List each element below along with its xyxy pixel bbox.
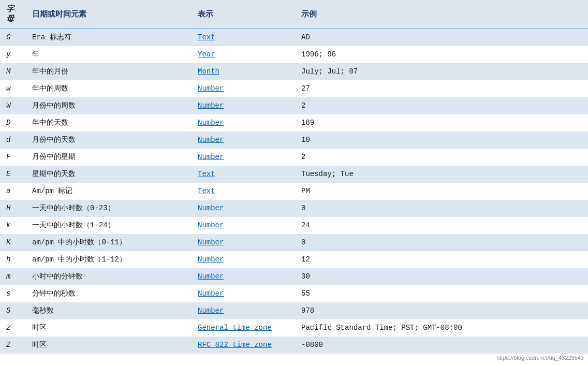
cell-represent[interactable]: Number xyxy=(192,200,295,217)
cell-represent[interactable]: Number xyxy=(192,97,295,114)
cell-letter: H xyxy=(0,200,26,217)
cell-example: 24 xyxy=(295,217,588,234)
represent-link[interactable]: Text xyxy=(198,170,215,178)
cell-letter: a xyxy=(0,183,26,200)
cell-letter: d xyxy=(0,132,26,149)
table-row: k一天中的小时数（1-24）Number24 xyxy=(0,217,588,234)
cell-example: 2 xyxy=(295,149,588,166)
cell-example: 30 xyxy=(295,268,588,285)
cell-letter: h xyxy=(0,251,26,268)
cell-represent[interactable]: Text xyxy=(192,183,295,200)
cell-example: -0800 xyxy=(295,337,588,354)
cell-example: 2 xyxy=(295,97,588,114)
cell-letter: s xyxy=(0,285,26,302)
represent-link[interactable]: Text xyxy=(198,187,215,195)
cell-element: 年中的天数 xyxy=(26,114,192,132)
cell-represent[interactable]: Number xyxy=(192,217,295,234)
cell-letter: E xyxy=(0,166,26,183)
represent-link[interactable]: RFC 822 time zone xyxy=(198,341,272,349)
represent-link[interactable]: Text xyxy=(198,33,215,41)
represent-link[interactable]: Number xyxy=(198,204,224,212)
cell-represent[interactable]: Number xyxy=(192,302,295,319)
cell-example: 1996; 96 xyxy=(295,46,588,63)
cell-element: 月份中的天数 xyxy=(26,132,192,149)
cell-element: 月份中的星期 xyxy=(26,149,192,166)
cell-represent[interactable]: Month xyxy=(192,63,295,80)
table-row: S毫秒数Number978 xyxy=(0,302,588,319)
represent-link[interactable]: Month xyxy=(198,67,219,76)
represent-link[interactable]: Number xyxy=(198,136,224,144)
represent-link[interactable]: Number xyxy=(198,289,224,298)
cell-letter: S xyxy=(0,302,26,319)
table-row: y年Year1996; 96 xyxy=(0,46,588,63)
cell-letter: y xyxy=(0,46,26,63)
represent-link[interactable]: Number xyxy=(198,238,224,246)
cell-represent[interactable]: Year xyxy=(192,46,295,63)
represent-link[interactable]: Year xyxy=(198,50,215,59)
cell-represent[interactable]: Number xyxy=(192,251,295,268)
cell-element: 一天中的小时数（0-23） xyxy=(26,200,192,217)
cell-example: Tuesday; Tue xyxy=(295,166,588,183)
main-container: 字母 日期或时间元素 表示 示例 GEra 标志符TextADy年Year199… xyxy=(0,0,588,354)
cell-represent[interactable]: Number xyxy=(192,285,295,302)
cell-element: 一天中的小时数（1-24） xyxy=(26,217,192,234)
cell-represent[interactable]: General time zone xyxy=(192,319,295,337)
date-format-table: 字母 日期或时间元素 表示 示例 GEra 标志符TextADy年Year199… xyxy=(0,0,588,354)
cell-example: 978 xyxy=(295,302,588,319)
cell-represent[interactable]: Number xyxy=(192,268,295,285)
cell-represent[interactable]: RFC 822 time zone xyxy=(192,337,295,354)
table-row: m小时中的分钟数Number30 xyxy=(0,268,588,285)
cell-element: 分钟中的秒数 xyxy=(26,285,192,302)
represent-link[interactable]: Number xyxy=(198,153,224,161)
table-row: GEra 标志符TextAD xyxy=(0,28,588,46)
header-example: 示例 xyxy=(295,0,588,28)
represent-link[interactable]: General time zone xyxy=(198,324,272,332)
represent-link[interactable]: Number xyxy=(198,119,224,127)
cell-letter: w xyxy=(0,80,26,97)
cell-example: Pacific Standard Time; PST; GMT-08:00 xyxy=(295,319,588,337)
cell-letter: z xyxy=(0,319,26,337)
cell-element: am/pm 中的小时数（0-11） xyxy=(26,234,192,251)
represent-link[interactable]: Number xyxy=(198,221,224,229)
cell-element: 年 xyxy=(26,46,192,63)
cell-element: 星期中的天数 xyxy=(26,166,192,183)
cell-element: 小时中的分钟数 xyxy=(26,268,192,285)
represent-link[interactable]: Number xyxy=(198,272,224,281)
table-row: Kam/pm 中的小时数（0-11）Number0 xyxy=(0,234,588,251)
cell-letter: M xyxy=(0,63,26,80)
cell-element: am/pm 中的小时数（1-12） xyxy=(26,251,192,268)
represent-link[interactable]: Number xyxy=(198,255,224,264)
table-header-row: 字母 日期或时间元素 表示 示例 xyxy=(0,0,588,28)
table-row: ham/pm 中的小时数（1-12）Number12 xyxy=(0,251,588,268)
header-represent: 表示 xyxy=(192,0,295,28)
table-row: w年中的周数Number27 xyxy=(0,80,588,97)
cell-represent[interactable]: Text xyxy=(192,166,295,183)
table-row: W月份中的周数Number2 xyxy=(0,97,588,114)
represent-link[interactable]: Number xyxy=(198,101,224,110)
represent-link[interactable]: Number xyxy=(198,306,224,315)
cell-example: 0 xyxy=(295,234,588,251)
table-row: aAm/pm 标记TextPM xyxy=(0,183,588,200)
cell-represent[interactable]: Number xyxy=(192,149,295,166)
cell-element: 时区 xyxy=(26,337,192,354)
cell-represent[interactable]: Text xyxy=(192,28,295,46)
cell-represent[interactable]: Number xyxy=(192,114,295,132)
cell-element: Era 标志符 xyxy=(26,28,192,46)
cell-represent[interactable]: Number xyxy=(192,80,295,97)
cell-element: Am/pm 标记 xyxy=(26,183,192,200)
cell-letter: D xyxy=(0,114,26,132)
watermark: https://blog.csdn.net/uq_43229543 xyxy=(496,355,584,361)
cell-element: 年中的月份 xyxy=(26,63,192,80)
table-row: E星期中的天数TextTuesday; Tue xyxy=(0,166,588,183)
represent-link[interactable]: Number xyxy=(198,84,224,93)
cell-represent[interactable]: Number xyxy=(192,132,295,149)
table-row: H一天中的小时数（0-23）Number0 xyxy=(0,200,588,217)
cell-example: 55 xyxy=(295,285,588,302)
cell-example: PM xyxy=(295,183,588,200)
table-row: M年中的月份MonthJuly; Jul; 07 xyxy=(0,63,588,80)
cell-letter: Z xyxy=(0,337,26,354)
cell-example: 12 xyxy=(295,251,588,268)
cell-example: 0 xyxy=(295,200,588,217)
cell-represent[interactable]: Number xyxy=(192,234,295,251)
cell-element: 年中的周数 xyxy=(26,80,192,97)
